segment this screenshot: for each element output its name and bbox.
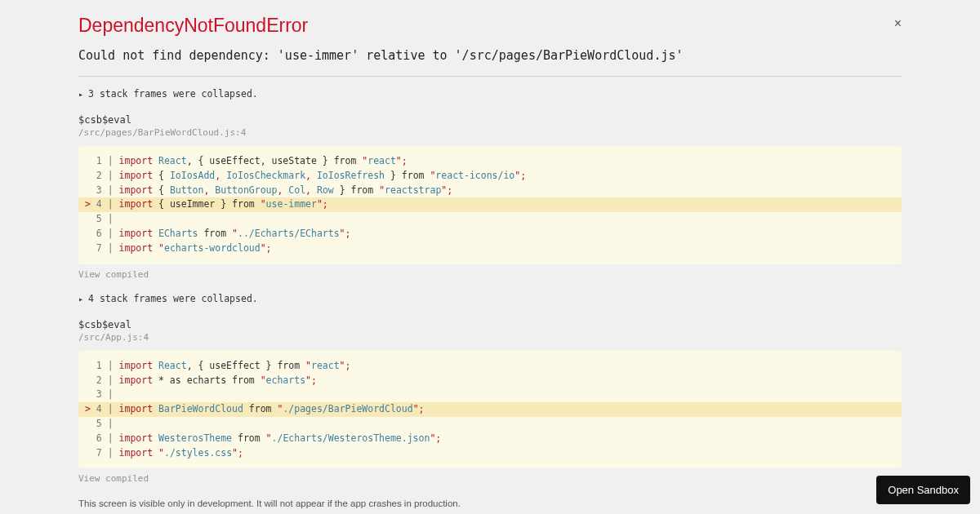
divider (78, 76, 902, 77)
code-line-highlighted: > 4 | import { useImmer } from "use-imme… (78, 197, 902, 212)
code-line: 5 | (78, 417, 902, 432)
code-line: 5 | (78, 212, 902, 227)
code-line: 1 | import React, { useEffect } from "re… (78, 359, 902, 374)
code-line: 7 | import "echarts-wordcloud"; (78, 241, 902, 256)
code-line: 3 | import { Button, ButtonGroup, Col, R… (78, 184, 902, 198)
code-line: 7 | import "./styles.css"; (78, 446, 902, 461)
stack-frame-function: $csb$eval (78, 114, 902, 126)
code-line: 6 | import WesterosTheme from "./Echarts… (78, 432, 902, 446)
code-line: 6 | import ECharts from "../Echarts/ECha… (78, 227, 902, 241)
error-message: Could not find dependency: 'use-immer' r… (78, 48, 902, 63)
view-compiled-link[interactable]: View compiled (78, 473, 902, 484)
close-icon[interactable]: × (894, 16, 902, 31)
code-block: 1 | import React, { useEffect } from "re… (78, 351, 902, 469)
code-line: 2 | import { IoIosAdd, IoIosCheckmark, I… (78, 169, 902, 184)
code-line: 1 | import React, { useEffect, useState … (78, 154, 902, 169)
open-sandbox-button[interactable]: Open Sandbox (876, 476, 970, 504)
view-compiled-link[interactable]: View compiled (78, 269, 902, 280)
stack-frame-function: $csb$eval (78, 319, 902, 330)
code-line: 3 | (78, 388, 902, 402)
footer-note: This screen is visible only in developme… (78, 497, 902, 514)
code-line: 2 | import * as echarts from "echarts"; (78, 374, 902, 388)
code-line-highlighted: > 4 | import BarPieWordCloud from "./pag… (78, 402, 902, 417)
error-title: DependencyNotFoundError (78, 15, 902, 37)
collapsed-frames-toggle[interactable]: 4 stack frames were collapsed. (78, 293, 902, 304)
collapsed-frames-toggle[interactable]: 3 stack frames were collapsed. (78, 88, 902, 100)
stack-frame-location: /src/App.js:4 (78, 332, 902, 343)
code-block: 1 | import React, { useEffect, useState … (78, 146, 902, 264)
stack-frame-location: /src/pages/BarPieWordCloud.js:4 (78, 127, 902, 138)
